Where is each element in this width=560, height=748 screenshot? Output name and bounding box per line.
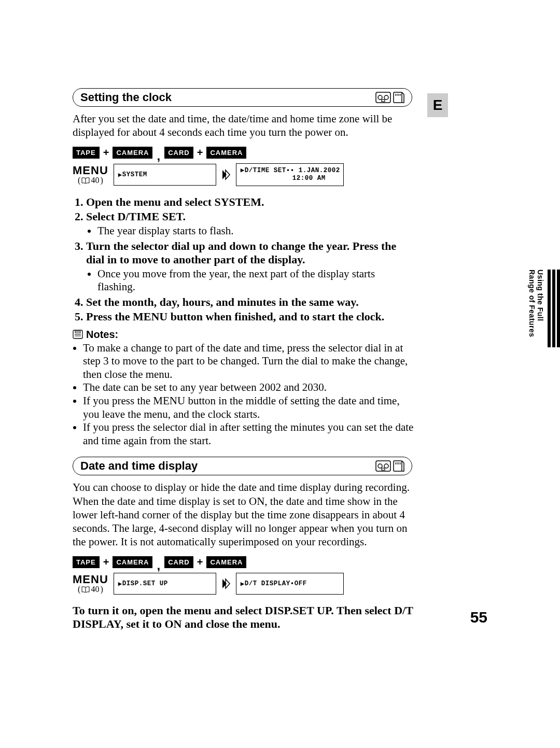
step-title: Open the menu and select SYSTEM. — [86, 195, 264, 208]
mode-box-card: CARD — [164, 147, 193, 159]
closing-instruction: To turn it on, open the menu and select … — [73, 604, 415, 631]
menu-path-row-2: MENU ( 40) ▶DISP.SET UP ▶D/T DISPLAY•OFF — [73, 573, 415, 595]
side-tab-line1: Using the Full — [536, 270, 544, 321]
plus-icon: + — [197, 147, 204, 159]
page-number: 55 — [470, 609, 487, 626]
menu-label: MENU — [73, 574, 108, 585]
svg-rect-17 — [382, 468, 385, 470]
mode-separator: , — [156, 559, 161, 572]
step-title: Turn the selector dial up and down to ch… — [86, 239, 396, 266]
mode-box-card: CARD — [164, 556, 193, 568]
notes-list: To make a change to part of the date and… — [73, 342, 415, 448]
osd-box-dtdisplay: ▶D/T DISPLAY•OFF — [236, 573, 344, 595]
tape-icon — [375, 92, 391, 103]
mode-box-tape: TAPE — [73, 556, 100, 568]
book-icon — [81, 586, 90, 592]
svg-rect-11 — [75, 331, 80, 333]
mode-box-camera: CAMERA — [113, 556, 152, 568]
plus-icon: + — [103, 556, 110, 568]
book-icon — [81, 177, 90, 184]
note-icon — [73, 330, 83, 339]
osd-text: DISP.SET UP — [122, 580, 168, 587]
card-icon — [393, 92, 404, 103]
mode-separator: , — [156, 150, 161, 162]
side-tab-text: Using the Full Range of Features — [528, 270, 544, 337]
step-bullet: Once you move from the year, the next pa… — [97, 267, 415, 293]
osd-box-system: ▶SYSTEM — [114, 164, 216, 186]
side-tab: Using the Full Range of Features — [498, 270, 560, 347]
tape-icon — [375, 460, 391, 472]
mode-box-camera: CAMERA — [113, 147, 152, 159]
osd-text-line1: ▶D/TIME SET•• 1.JAN.2002 — [241, 167, 340, 175]
note-item: If you press the MENU button in the midd… — [83, 394, 415, 421]
step-bullet: The year display starts to flash. — [97, 224, 415, 237]
menu-page-ref: ( 40) — [78, 585, 103, 594]
mode-combination-row-2: TAPE + CAMERA , CARD + CAMERA — [73, 556, 415, 569]
svg-point-1 — [378, 95, 382, 100]
note-item: To make a change to part of the date and… — [83, 342, 415, 382]
section-heading-setting-clock: Setting the clock — [73, 88, 412, 107]
step-5: Press the MENU button when finished, and… — [86, 310, 415, 323]
plus-icon: + — [103, 147, 110, 159]
card-icon — [393, 460, 404, 472]
step-title: Set the month, day, hours, and minutes i… — [86, 295, 359, 308]
page-content: Setting the clock After you se — [73, 88, 487, 642]
side-tab-line2: Range of Features — [528, 270, 536, 337]
notes-heading: Notes: — [73, 329, 415, 341]
section-heading-text: Setting the clock — [80, 91, 172, 104]
notes-heading-text: Notes: — [86, 329, 118, 341]
step-bullets: The year display starts to flash. — [86, 224, 415, 237]
svg-point-2 — [384, 95, 388, 100]
note-item: The date can be set to any year between … — [83, 381, 415, 394]
step-bullets: Once you move from the year, the next pa… — [86, 267, 415, 293]
mode-combination-row-1: TAPE + CAMERA , CARD + CAMERA — [73, 147, 415, 159]
steps-list: Open the menu and select SYSTEM. Select … — [73, 195, 415, 323]
section-heading-text: Date and time display — [80, 459, 198, 473]
step-title: Press the MENU button when finished, and… — [86, 310, 384, 323]
plus-icon: + — [197, 556, 204, 568]
osd-arrow-sep — [221, 577, 231, 590]
step-1: Open the menu and select SYSTEM. — [86, 195, 415, 209]
menu-label-block: MENU ( 40) — [73, 574, 108, 594]
osd-box-dispsetup: ▶DISP.SET UP — [114, 573, 216, 595]
mode-icons-group — [375, 460, 404, 472]
mode-icons-group — [375, 92, 404, 103]
double-arrow-icon — [221, 577, 231, 590]
osd-arrow-sep — [221, 168, 231, 181]
menu-ref-page: 40 — [91, 585, 99, 594]
double-arrow-icon — [221, 168, 231, 181]
svg-rect-3 — [382, 100, 385, 102]
mode-box-camera: CAMERA — [206, 147, 246, 159]
menu-label-block: MENU ( 40) — [73, 165, 108, 185]
menu-label: MENU — [73, 165, 108, 176]
step-4: Set the month, day, hours, and minutes i… — [86, 295, 415, 309]
note-item: If you press the selector dial in after … — [83, 421, 415, 447]
menu-path-row-1: MENU ( 40) ▶SYSTEM ▶D/TIME SET•• — [73, 163, 415, 186]
mode-box-camera: CAMERA — [206, 556, 246, 568]
menu-ref-page: 40 — [91, 176, 99, 185]
mode-box-tape: TAPE — [73, 147, 100, 159]
svg-point-16 — [384, 464, 388, 468]
step-title: Select D/TIME SET. — [86, 210, 186, 223]
osd-text-line2: 12:00 AM — [292, 175, 339, 182]
osd-text: D/T DISPLAY•OFF — [245, 580, 307, 587]
osd-text: SYSTEM — [122, 171, 147, 178]
side-tab-bars — [548, 270, 560, 347]
osd-box-dtime: ▶D/TIME SET•• 1.JAN.2002 12:00 AM — [236, 163, 344, 186]
menu-page-ref: ( 40) — [78, 176, 103, 185]
svg-point-15 — [378, 464, 382, 468]
section1-intro: After you set the date and time, the dat… — [73, 112, 415, 139]
section-heading-date-time-display: Date and time display — [73, 457, 412, 475]
step-2: Select D/TIME SET. The year display star… — [86, 210, 415, 237]
step-3: Turn the selector dial up and down to ch… — [86, 239, 415, 293]
section2-intro: You can choose to display or hide the da… — [73, 481, 415, 548]
